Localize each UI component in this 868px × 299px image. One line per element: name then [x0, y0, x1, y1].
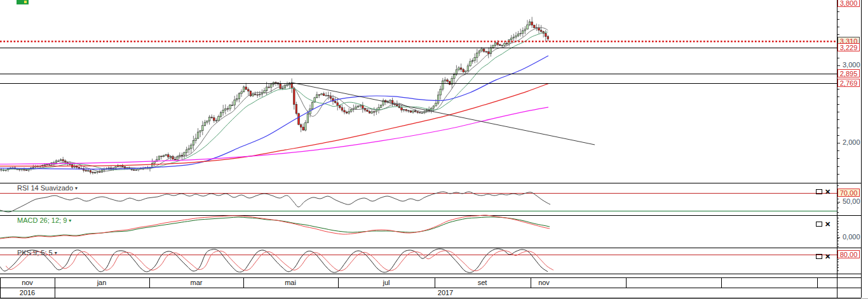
indicator-level-label: 80,00: [837, 250, 860, 258]
price-level-label: 2,769: [837, 79, 860, 87]
month-label: mar: [191, 279, 203, 286]
maximize-pane-button[interactable]: [816, 254, 822, 259]
pks-indicator-label[interactable]: PKS 9; 5; 5▾: [17, 249, 57, 257]
trading-chart-window: RSI 14 Suavizado▾ MACD 26; 12; 9▾ PKS 9;…: [0, 0, 868, 299]
indicator-tick-label: 50,00: [843, 198, 860, 205]
axis-tick-label: 3,000: [843, 62, 860, 69]
close-pane-icon[interactable]: ✕: [825, 221, 831, 227]
rsi-pane-buttons: ✕: [816, 185, 836, 192]
macd-indicator-label[interactable]: MACD 26; 12; 9▾: [17, 217, 71, 225]
year-label: 2017: [438, 289, 453, 296]
price-level-label: 3,800: [837, 0, 860, 7]
chart-canvas[interactable]: [0, 0, 868, 299]
indicator-level-label: 70,00: [837, 189, 860, 197]
close-pane-icon[interactable]: ✕: [825, 189, 831, 195]
month-label: mai: [285, 279, 296, 286]
pks-pane-buttons: ✕: [816, 250, 836, 257]
axis-tick-label: 2,000: [843, 139, 860, 146]
app-icon-dot: [24, 1, 27, 3]
dropdown-arrow-icon: ▾: [55, 249, 57, 256]
dropdown-arrow-icon: ▾: [75, 185, 78, 192]
app-icon[interactable]: [17, 0, 29, 4]
indicator-tick-label: 0,000: [843, 234, 860, 241]
maximize-pane-button[interactable]: [816, 222, 822, 227]
month-label: nov: [22, 279, 33, 286]
price-level-label: 2,895: [837, 69, 860, 77]
price-level-label: 3,229: [837, 43, 860, 51]
close-pane-icon[interactable]: ✕: [825, 253, 831, 260]
year-label: 2016: [20, 289, 35, 296]
dropdown-arrow-icon: ▾: [69, 217, 71, 224]
month-label: jul: [383, 279, 390, 286]
month-label: set: [478, 279, 487, 286]
month-label: jan: [97, 279, 107, 286]
pks-indicator-name: PKS 9; 5; 5: [17, 249, 53, 256]
macd-indicator-name: MACD 26; 12; 9: [17, 216, 67, 224]
macd-pane-buttons: ✕: [816, 218, 836, 225]
rsi-indicator-name: RSI 14 Suavizado: [17, 184, 73, 192]
maximize-pane-button[interactable]: [816, 189, 822, 194]
rsi-indicator-label[interactable]: RSI 14 Suavizado▾: [17, 185, 78, 192]
month-label: nov: [538, 279, 550, 286]
